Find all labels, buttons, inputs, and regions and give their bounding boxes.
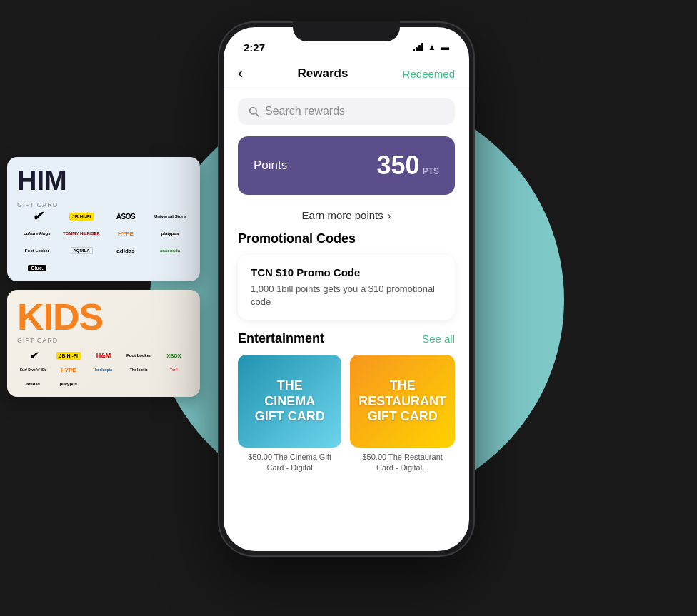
- promo-description: 1,000 1bill points gets you a $10 promot…: [251, 283, 442, 308]
- logo-footlocker: Foot Locker: [17, 244, 57, 257]
- nav-bar: ‹ Rewards Redeemed: [224, 59, 469, 89]
- kids-logo-hm: H&M: [87, 350, 119, 361]
- promo-section-header: Promotional Codes: [238, 231, 455, 246]
- kids-logo-hype: HYPE: [52, 364, 84, 375]
- kids-gift-card: KIDS GIFT CARD ✔ JB HI-FI H&M Foot Locke…: [7, 290, 200, 397]
- entertainment-cards: THECINEMAGIFT CARD $50.00 The Cinema Gif…: [238, 355, 455, 473]
- entertainment-section: Entertainment See all THECINEMAGIFT CARD…: [238, 331, 455, 473]
- back-button[interactable]: ‹: [238, 64, 243, 83]
- logo-cultura: culture kings: [17, 227, 57, 240]
- cinema-card-wrapper: THECINEMAGIFT CARD $50.00 The Cinema Gif…: [238, 355, 341, 473]
- wifi-icon: ▲: [428, 42, 436, 52]
- him-logos-grid: ✔ JB HI-FI ASOS Universal Store culture …: [17, 210, 190, 274]
- status-time: 2:27: [244, 41, 265, 54]
- him-card-title: HIM: [17, 167, 190, 194]
- kids-logo-booktopia: booktopia: [87, 364, 119, 375]
- logo-platypus: platypus: [150, 227, 190, 240]
- chevron-right-icon: ›: [388, 210, 391, 221]
- logo-adidas: adidas: [106, 244, 146, 257]
- points-number: 350: [377, 151, 420, 181]
- points-label: Points: [254, 158, 287, 173]
- kids-logos-grid: ✔ JB HI-FI H&M Foot Locker XBOX Surf Div…: [17, 350, 190, 390]
- cinema-card-title: THECINEMAGIFT CARD: [246, 370, 334, 433]
- phone-frame: 2:27 ▲ ▬ ‹ Rewards Redeemed: [218, 21, 475, 557]
- promo-title: TCN $10 Promo Code: [251, 266, 442, 278]
- phone-mockup: 2:27 ▲ ▬ ‹ Rewards Redeemed: [218, 21, 475, 557]
- logo-nike: ✔: [17, 210, 57, 223]
- restaurant-gift-card[interactable]: THERESTAURANTGIFT CARD: [350, 355, 455, 448]
- svg-line-1: [256, 113, 259, 116]
- kids-logo-platypus2: platypus: [52, 378, 84, 390]
- earn-more-label: Earn more points: [302, 209, 383, 221]
- battery-icon: ▬: [441, 42, 449, 52]
- restaurant-card-title: THERESTAURANTGIFT CARD: [350, 370, 455, 433]
- him-card-label: GIFT CARD: [17, 201, 190, 208]
- logo-hype: HYPE: [106, 227, 146, 240]
- points-value-container: 350 PTS: [377, 151, 439, 181]
- entertainment-section-header: Entertainment See all: [238, 331, 455, 346]
- logo-jbhifi: JB HI-FI: [61, 210, 101, 223]
- points-unit: PTS: [423, 166, 439, 176]
- gift-cards-panel: HIM GIFT CARD ✔ JB HI-FI ASOS Universal …: [7, 157, 200, 397]
- kids-logo-sds: Surf Dive 'n' Ski: [17, 364, 49, 375]
- kids-logo-jbhifi: JB HI-FI: [52, 350, 84, 361]
- promo-section-title: Promotional Codes: [238, 231, 356, 246]
- logo-anaconda: anaconda: [150, 244, 190, 257]
- points-card: Points 350 PTS: [238, 136, 455, 195]
- logo-aquila: AQUILA: [61, 244, 101, 257]
- promo-code-card[interactable]: TCN $10 Promo Code 1,000 1bill points ge…: [238, 255, 455, 320]
- phone-screen: 2:27 ▲ ▬ ‹ Rewards Redeemed: [224, 27, 469, 551]
- earn-more-link[interactable]: Earn more points ›: [238, 205, 455, 231]
- restaurant-card-label: $50.00 The RestaurantCard - Digital...: [350, 452, 455, 473]
- kids-logo-xbox: XBOX: [158, 350, 190, 361]
- logo-glue: Glue.: [17, 261, 57, 274]
- see-all-button[interactable]: See all: [422, 333, 455, 345]
- search-icon: [248, 106, 259, 117]
- phone-notch: [293, 21, 400, 41]
- signal-bars-icon: [413, 43, 423, 51]
- phone-content: Search rewards Points 350 PTS Earn more …: [224, 89, 469, 539]
- kids-card-label: GIFT CARD: [17, 337, 190, 344]
- logo-asos: ASOS: [106, 210, 146, 223]
- status-icons: ▲ ▬: [413, 42, 449, 52]
- redeemed-button[interactable]: Redeemed: [403, 68, 455, 80]
- logo-universal: Universal Store: [150, 210, 190, 223]
- restaurant-card-wrapper: THERESTAURANTGIFT CARD $50.00 The Restau…: [350, 355, 455, 473]
- search-placeholder: Search rewards: [265, 105, 345, 118]
- logo-tommy: TOMMY HILFIGER: [61, 227, 101, 240]
- kids-logo-adidas2: adidas: [17, 378, 49, 390]
- kids-logo-torf: TorF: [158, 364, 190, 375]
- entertainment-title: Entertainment: [238, 331, 324, 346]
- search-bar[interactable]: Search rewards: [238, 98, 455, 125]
- kids-logo-iconic: The Iconic: [123, 364, 155, 375]
- him-gift-card: HIM GIFT CARD ✔ JB HI-FI ASOS Universal …: [7, 157, 200, 281]
- cinema-card-label: $50.00 The Cinema GiftCard - Digital: [238, 452, 341, 473]
- cinema-gift-card[interactable]: THECINEMAGIFT CARD: [238, 355, 341, 448]
- kids-card-title: KIDS: [17, 298, 190, 335]
- kids-logo-nike: ✔: [17, 350, 49, 361]
- kids-logo-footlocker: Foot Locker: [123, 350, 155, 361]
- page-title: Rewards: [298, 66, 348, 81]
